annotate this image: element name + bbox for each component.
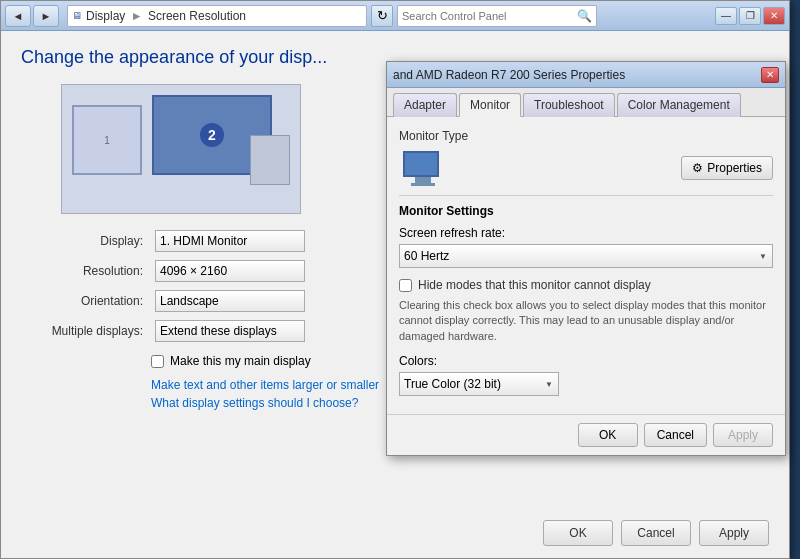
monitor-base (411, 183, 435, 186)
monitor-screen (403, 151, 439, 177)
tabs: Adapter Monitor Troubleshoot Color Manag… (387, 88, 785, 117)
refresh-rate-select-wrapper: 60 Hertz (399, 244, 773, 268)
properties-dialog: and AMD Radeon R7 200 Series Properties … (386, 61, 786, 456)
display-label: Display: (21, 234, 151, 248)
close-button[interactable]: ✕ (763, 7, 785, 25)
main-window: ◄ ► 🖥 Display ► Screen Resolution ↻ 🔍 — … (0, 0, 790, 559)
multiple-displays-label: Multiple displays: (21, 324, 151, 338)
properties-btn-label: Properties (707, 161, 762, 175)
dialog-close-button[interactable]: ✕ (761, 67, 779, 83)
refresh-rate-select[interactable]: 60 Hertz (399, 244, 773, 268)
colors-select[interactable]: True Color (32 bit) (399, 372, 559, 396)
display-select[interactable]: 1. HDMI Monitor (155, 230, 305, 252)
apply-button[interactable]: Apply (699, 520, 769, 546)
monitor-small (250, 135, 290, 185)
search-input[interactable] (402, 10, 573, 22)
dialog-apply-button[interactable]: Apply (713, 423, 773, 447)
dialog-cancel-button[interactable]: Cancel (644, 423, 707, 447)
tab-monitor[interactable]: Monitor (459, 93, 521, 117)
hide-modes-checkbox[interactable] (399, 279, 412, 292)
search-icon: 🔍 (577, 9, 592, 23)
display-preview: 1 2 (61, 84, 301, 214)
properties-icon: ⚙ (692, 161, 703, 175)
monitor-icon-row: ⚙ Properties (399, 151, 773, 185)
back-button[interactable]: ◄ (5, 5, 31, 27)
refresh-button[interactable]: ↻ (371, 5, 393, 27)
breadcrumb: Display ► Screen Resolution (86, 9, 246, 23)
warning-text: Clearing this check box allows you to se… (399, 298, 773, 344)
resolution-select[interactable]: 4096 × 2160 (155, 260, 305, 282)
title-bar-controls: — ❐ ✕ (715, 7, 785, 25)
address-bar: 🖥 Display ► Screen Resolution (67, 5, 367, 27)
forward-button[interactable]: ► (33, 5, 59, 27)
dialog-content: Monitor Type ⚙ Properties Monitor Settin… (387, 117, 785, 414)
restore-button[interactable]: ❐ (739, 7, 761, 25)
resolution-label: Resolution: (21, 264, 151, 278)
colors-label: Colors: (399, 354, 773, 368)
hide-modes-row: Hide modes that this monitor cannot disp… (399, 278, 773, 292)
search-bar: 🔍 (397, 5, 597, 27)
main-display-checkbox-label: Make this my main display (170, 354, 311, 368)
monitor-1-label: 1 (104, 135, 110, 146)
main-display-checkbox[interactable] (151, 355, 164, 368)
dialog-bottom-buttons: OK Cancel Apply (387, 414, 785, 455)
colors-select-wrapper: True Color (32 bit) (399, 372, 559, 396)
ok-button[interactable]: OK (543, 520, 613, 546)
multiple-displays-select[interactable]: Extend these displays (155, 320, 305, 342)
tab-troubleshoot[interactable]: Troubleshoot (523, 93, 615, 117)
nav-buttons: ◄ ► (5, 5, 59, 27)
tab-color-management[interactable]: Color Management (617, 93, 741, 117)
monitor-2-number: 2 (200, 123, 224, 147)
minimize-button[interactable]: — (715, 7, 737, 25)
tab-adapter[interactable]: Adapter (393, 93, 457, 117)
cancel-button[interactable]: Cancel (621, 520, 691, 546)
refresh-rate-label: Screen refresh rate: (399, 226, 773, 240)
orientation-label: Orientation: (21, 294, 151, 308)
orientation-select[interactable]: Landscape (155, 290, 305, 312)
properties-button[interactable]: ⚙ Properties (681, 156, 773, 180)
bottom-buttons: OK Cancel Apply (543, 520, 769, 546)
dialog-title-bar: and AMD Radeon R7 200 Series Properties … (387, 62, 785, 88)
dialog-title: and AMD Radeon R7 200 Series Properties (393, 68, 625, 82)
monitor-settings-title: Monitor Settings (399, 204, 773, 218)
dialog-ok-button[interactable]: OK (578, 423, 638, 447)
monitor-1[interactable]: 1 (72, 105, 142, 175)
monitor-type-section-title: Monitor Type (399, 129, 773, 143)
hide-modes-label: Hide modes that this monitor cannot disp… (418, 278, 651, 292)
separator-1 (399, 195, 773, 196)
monitor-icon (403, 151, 443, 185)
main-title-bar: ◄ ► 🖥 Display ► Screen Resolution ↻ 🔍 — … (1, 1, 789, 31)
title-bar-left: ◄ ► 🖥 Display ► Screen Resolution ↻ 🔍 (5, 5, 597, 27)
address-icon: 🖥 (72, 10, 82, 21)
